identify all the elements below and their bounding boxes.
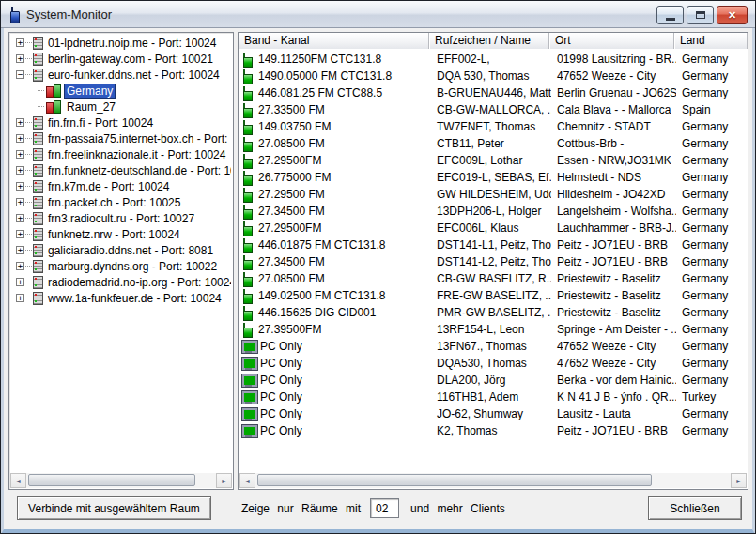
tree-expander-icon[interactable]: + — [16, 182, 24, 191]
scrollbar-track[interactable] — [26, 473, 216, 488]
table-row[interactable]: 1490.05000 FM CTC131.8DQA 530, Thomas476… — [239, 68, 747, 84]
scroll-right-button[interactable]: ► — [216, 473, 232, 488]
tree-item[interactable]: +frn3.radiocult.ru - Port: 10027 — [11, 210, 231, 226]
tree-item[interactable]: +frn.freelinknazionale.it - Port: 10024 — [11, 146, 231, 162]
close-window-button[interactable]: ✕ — [717, 6, 748, 24]
tree-item-label: Germany — [64, 84, 116, 99]
land-cell: Turkey — [676, 389, 747, 405]
maximize-button[interactable] — [687, 6, 714, 24]
server-icon — [33, 164, 43, 177]
table-row[interactable]: 149.11250FM CTC131.8EFF002-L,01998 Lausi… — [239, 51, 747, 68]
tree-expander-icon[interactable]: + — [16, 262, 24, 270]
tree-item[interactable]: Raum_27 — [11, 99, 231, 114]
tree-item[interactable]: +fin.frn.fi - Port: 10024 — [11, 114, 231, 130]
tree-horizontal-scrollbar[interactable]: ◄ ► — [10, 473, 232, 488]
table-row[interactable]: 27.29500 FMGW HILDESHEIM, UdoHildesheim … — [239, 186, 747, 203]
tree-item-label: www.1a-funkfeuer.de - Port: 10024 — [45, 292, 224, 305]
tree-item[interactable]: +berlin-gateway.com - Port: 10021 — [11, 51, 231, 67]
tree-item[interactable]: Germany — [11, 83, 231, 99]
table-row[interactable]: 27.29500FMEFC006L, KlausLauchhammer - BR… — [239, 220, 747, 236]
column-header-2[interactable]: Ort — [549, 33, 674, 49]
tree-item[interactable]: +www.1a-funkfeuer.de - Port: 10024 — [11, 290, 231, 306]
tree-expander-icon[interactable]: + — [16, 118, 24, 127]
table-row[interactable]: 27.34500 FMDST141-L2, Peitz, Tho...Peitz… — [239, 253, 747, 270]
close-button[interactable]: Schließen — [648, 496, 742, 520]
tree-item-label: frn.funknetz-deutschland.de - Port: 1002… — [45, 164, 231, 177]
band-cell: PC Only — [239, 355, 431, 372]
table-row[interactable]: PC OnlyDLA200, JörgBerka - vor dem Haini… — [239, 372, 747, 389]
tree-item[interactable]: +frn-passaia75.internet-box.ch - Port: 1… — [11, 130, 231, 146]
minimize-button[interactable] — [656, 6, 684, 24]
rooms-list: 149.11250FM CTC131.8EFF002-L,01998 Lausi… — [239, 51, 747, 472]
table-row[interactable]: 149.03750 FMTW7FNET, ThomasChemnitz - ST… — [239, 118, 747, 135]
name-cell: 13FN67., Thomas — [431, 338, 551, 355]
ort-cell: Lauchhammer - BRB-J... — [551, 220, 676, 236]
tree-item[interactable]: +frn.funknetz-deutschland.de - Port: 100… — [11, 162, 231, 178]
table-row[interactable]: 27.29500FMEFC009L, LotharEssen - NRW,JO3… — [239, 152, 747, 169]
band-text: 27.39500FM — [258, 321, 321, 338]
tree-expander-icon[interactable]: + — [16, 278, 24, 286]
tree-expander-icon[interactable]: − — [16, 70, 24, 79]
land-cell: Germany — [676, 51, 747, 68]
table-row[interactable]: 446.081.25 FM CTC88.5B-GRUENAU446, Matt.… — [239, 84, 747, 101]
scrollbar-thumb[interactable] — [257, 474, 652, 486]
tree-expander-icon[interactable]: + — [16, 294, 24, 302]
table-row[interactable]: 27.08500 FMCB-GW BASELITZ, R...Priestewi… — [239, 270, 747, 287]
title-bar[interactable]: System-Monitor ✕ — [1, 1, 755, 28]
list-horizontal-scrollbar[interactable]: ◄ ► — [239, 473, 747, 488]
tree-item[interactable]: +01-lpdnetru.noip.me - Port: 10024 — [11, 35, 231, 51]
table-row[interactable]: PC Only13FN67., Thomas47652 Weeze - City… — [239, 338, 747, 355]
tree-item[interactable]: +funknetz.nrw - Port: 10024 — [11, 226, 231, 242]
band-cell: 149.03750 FM — [239, 118, 431, 135]
room-icon — [45, 99, 61, 114]
name-cell: K2, Thomas — [431, 422, 551, 439]
tree-expander-icon[interactable]: + — [16, 198, 24, 206]
tree-connector — [25, 234, 32, 235]
table-row[interactable]: 27.39500FM13RF154-L, LeonSpringe - Am De… — [239, 321, 747, 338]
connect-room-button[interactable]: Verbinde mit ausgewähltem Raum — [17, 496, 211, 520]
tree-expander-icon[interactable]: + — [16, 246, 24, 254]
scroll-left-button[interactable]: ◄ — [239, 473, 255, 488]
band-text: 27.29500FM — [258, 220, 321, 236]
band-cell: PC Only — [239, 422, 431, 439]
tree-expander-icon[interactable]: + — [16, 214, 24, 222]
tree-expander-icon[interactable]: + — [16, 150, 24, 159]
scrollbar-track[interactable] — [255, 473, 731, 488]
tree-item[interactable]: +frn.k7m.de - Port: 10024 — [11, 178, 231, 194]
table-row[interactable]: 27.33500 FMCB-GW-MALLORCA, ...Cala Blava… — [239, 101, 747, 118]
land-cell: Germany — [676, 372, 747, 389]
scroll-right-icon: ► — [735, 478, 742, 484]
tree-item[interactable]: +marburg.dyndns.org - Port: 10022 — [11, 258, 231, 274]
table-row[interactable]: 26.775000 FMEFC019-L, SEBAS, Ef...Helmst… — [239, 169, 747, 186]
tree-expander-icon[interactable]: + — [16, 230, 24, 238]
table-row[interactable]: 149.02500 FM CTC131.8FRE-GW BASELITZ, ..… — [239, 287, 747, 304]
tree-expander-icon[interactable]: + — [16, 38, 24, 47]
tree-expander-icon[interactable]: + — [16, 54, 24, 63]
min-clients-input[interactable] — [370, 498, 399, 518]
table-row[interactable]: PC OnlyJO-62, ShumwayLausitz - LautaGerm… — [239, 405, 747, 422]
table-row[interactable]: PC OnlyDQA530, Thomas47652 Weeze - CityG… — [239, 355, 747, 372]
scroll-left-button[interactable]: ◄ — [10, 473, 26, 488]
tree-item[interactable]: +radiodemadrid.no-ip.org - Port: 10024 — [11, 274, 231, 290]
name-cell: 116THB1, Adem — [431, 389, 551, 405]
table-row[interactable]: 27.34500 FM13DPH206-L, HolgerLangelsheim… — [239, 203, 747, 220]
column-header-3[interactable]: Land — [674, 33, 748, 49]
table-row[interactable]: PC Only116THB1, AdemK N 41 J B - ýnfo . … — [239, 389, 747, 405]
tree-item[interactable]: +galiciaradio.ddns.net - Port: 8081 — [11, 242, 231, 258]
column-header-0[interactable]: Band - Kanal — [239, 33, 429, 49]
tree-expander-icon[interactable]: + — [16, 134, 24, 143]
tree-connector — [25, 74, 32, 75]
tree-item[interactable]: −euro-funker.ddns.net - Port: 10024 — [11, 67, 231, 83]
tree-item-label: marburg.dyndns.org - Port: 10022 — [45, 260, 220, 273]
table-row[interactable]: PC OnlyK2, ThomasPeitz - JO71EU - BRBGer… — [239, 422, 747, 439]
column-header-1[interactable]: Rufzeichen / Name — [429, 33, 549, 49]
table-row[interactable]: 446.15625 DIG CID001PMR-GW BASELITZ, ...… — [239, 304, 747, 321]
band-text: PC Only — [260, 355, 302, 372]
tree-expander-icon[interactable]: + — [16, 166, 24, 175]
table-row[interactable]: 27.08500 FMCTB11, PeterCottbus-Brb -Germ… — [239, 135, 747, 152]
scroll-right-button[interactable]: ► — [731, 473, 747, 488]
tree-item[interactable]: +frn.packet.ch - Port: 10025 — [11, 194, 231, 210]
land-cell: Germany — [676, 169, 747, 186]
table-row[interactable]: 446.01875 FM CTC131.8DST141-L1, Peitz, T… — [239, 236, 747, 253]
scrollbar-thumb[interactable] — [28, 474, 195, 486]
